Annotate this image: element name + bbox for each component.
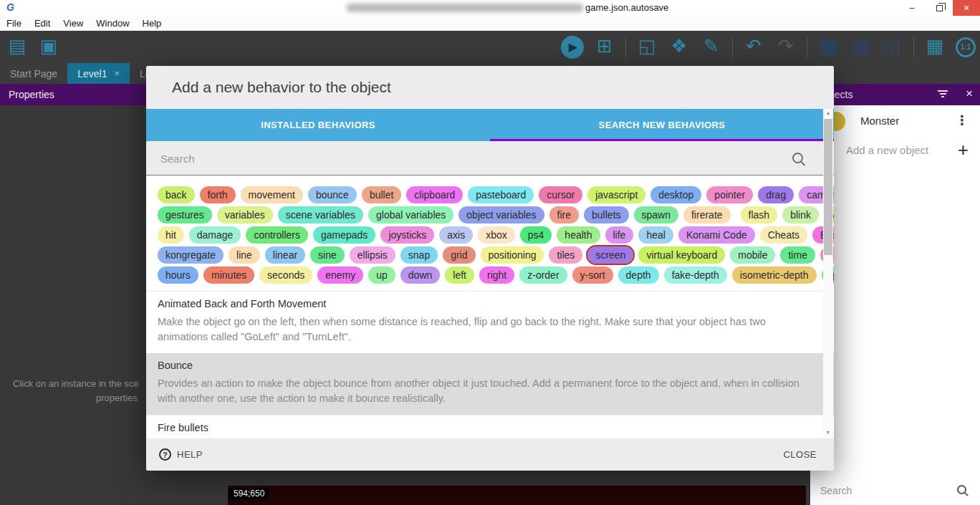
tag-chip-scene-variables[interactable]: scene variables xyxy=(278,206,363,223)
close-panel-icon[interactable]: × xyxy=(966,87,973,101)
tag-chip-down[interactable]: down xyxy=(400,266,440,284)
tab-close-icon[interactable]: × xyxy=(114,68,120,79)
tag-chip-tiles[interactable]: tiles xyxy=(549,246,582,264)
behavior-item-bounce[interactable]: BounceProvides an action to make the obj… xyxy=(146,353,834,415)
debugger-icon[interactable]: ⊞ xyxy=(593,34,616,60)
tag-chip-bullets[interactable]: bullets xyxy=(584,206,628,223)
tag-chip-hit[interactable]: hit xyxy=(158,226,184,244)
object-row-monster[interactable]: Monster ⋮ xyxy=(810,109,980,135)
edit-scene-icon[interactable]: ✎ xyxy=(700,34,723,60)
tag-chip-firerate[interactable]: firerate xyxy=(683,206,731,223)
tag-chip-clipboard[interactable]: clipboard xyxy=(406,186,463,203)
start-page-icon[interactable]: ▤ xyxy=(6,34,29,60)
tag-chip-grid[interactable]: grid xyxy=(443,246,475,264)
behavior-search-input[interactable] xyxy=(146,141,834,175)
tab-search-new-behaviors[interactable]: SEARCH NEW BEHAVIORS xyxy=(490,109,834,141)
minimize-button[interactable]: – xyxy=(898,0,926,16)
zoom-ratio-icon[interactable]: 1:1 xyxy=(956,37,976,57)
close-dialog-button[interactable]: CLOSE xyxy=(783,449,817,460)
tag-chip-line[interactable]: line xyxy=(229,246,260,264)
tag-chip-virtual-keyboard[interactable]: virtual keyboard xyxy=(638,246,725,264)
tag-chip-isometric-depth[interactable]: isometric-depth xyxy=(732,266,817,284)
tag-chip-fire[interactable]: fire xyxy=(549,206,579,223)
tag-chip-seconds[interactable]: seconds xyxy=(259,266,312,284)
tag-chip-controllers[interactable]: controllers xyxy=(246,226,308,244)
scroll-up-icon[interactable]: ▲ xyxy=(823,109,833,117)
tag-chip-hours[interactable]: hours xyxy=(158,266,198,284)
editor-tab-level1[interactable]: Level1× xyxy=(67,63,130,84)
search-icon[interactable] xyxy=(792,153,805,165)
mask-icon[interactable]: ▩ xyxy=(817,34,840,60)
tag-chip-konami-code[interactable]: Konami Code xyxy=(678,226,755,244)
tag-chip-y-sort[interactable]: y-sort xyxy=(572,266,613,284)
tag-chip-bounce[interactable]: bounce xyxy=(308,186,357,203)
tab-installed-behaviors[interactable]: INSTALLED BEHAVIORS xyxy=(146,109,490,141)
kebab-menu-icon[interactable]: ⋮ xyxy=(956,112,969,128)
tag-chip-linear[interactable]: linear xyxy=(265,246,305,264)
scrollbar-thumb[interactable] xyxy=(824,119,832,255)
tag-chip-cursor[interactable]: cursor xyxy=(539,186,582,203)
preview-play-icon[interactable]: ▶ xyxy=(561,36,584,59)
tag-chip-snap[interactable]: snap xyxy=(400,246,438,264)
tag-chip-xbox[interactable]: xbox xyxy=(478,226,515,244)
scroll-down-icon[interactable]: ▼ xyxy=(823,428,833,437)
undo-icon[interactable]: ↶ xyxy=(742,34,765,60)
grid-icon[interactable]: ▦ xyxy=(923,34,946,60)
behavior-item-animated-back-and-forth-movement[interactable]: Animated Back and Forth MovementMake the… xyxy=(146,291,834,353)
tag-chip-movement[interactable]: movement xyxy=(241,186,303,203)
tag-chip-global-variables[interactable]: global variables xyxy=(368,206,453,223)
tag-chip-object-variables[interactable]: object variables xyxy=(458,206,544,223)
add-object-icon[interactable]: ◱ xyxy=(635,34,658,60)
editor-tab-start-page[interactable]: Start Page xyxy=(0,63,67,84)
close-window-button[interactable]: ✕ xyxy=(953,0,980,16)
menu-edit[interactable]: Edit xyxy=(28,16,57,31)
tag-chip-kongregate[interactable]: kongregate xyxy=(158,246,224,264)
tag-chip-fake-depth[interactable]: fake-depth xyxy=(664,266,727,284)
menu-help[interactable]: Help xyxy=(136,16,168,31)
tag-chip-gamepads[interactable]: gamepads xyxy=(313,226,375,244)
add-object-row[interactable]: Add a new object + xyxy=(810,138,980,164)
tag-chip-desktop[interactable]: desktop xyxy=(650,186,701,203)
tag-chip-screen[interactable]: screen xyxy=(587,246,633,264)
tag-chip-mobile[interactable]: mobile xyxy=(730,246,775,264)
search-icon[interactable] xyxy=(957,485,969,496)
tag-chip-up[interactable]: up xyxy=(368,266,395,284)
tag-chip-minutes[interactable]: minutes xyxy=(203,266,254,284)
tag-chip-variables[interactable]: variables xyxy=(217,206,273,223)
menu-file[interactable]: File xyxy=(0,16,28,31)
tag-chip-back[interactable]: back xyxy=(158,186,195,203)
tag-chip-axis[interactable]: axis xyxy=(439,226,473,244)
help-button[interactable]: ? HELP xyxy=(159,448,203,461)
tag-chip-sine[interactable]: sine xyxy=(310,246,345,264)
tag-chip-depth[interactable]: depth xyxy=(618,266,659,284)
project-window-icon[interactable]: ▣ xyxy=(37,34,60,60)
dialog-scrollbar[interactable]: ▲ ▼ xyxy=(823,109,833,437)
tag-chip-drag[interactable]: drag xyxy=(758,186,794,203)
objects-search-input[interactable] xyxy=(810,476,980,505)
tag-chip-flash[interactable]: flash xyxy=(741,206,778,223)
tag-chip-heal[interactable]: heal xyxy=(638,226,673,244)
tag-chip-ellipsis[interactable]: ellipsis xyxy=(350,246,395,264)
tag-chip-positioning[interactable]: positioning xyxy=(481,246,544,264)
tag-chip-pasteboard[interactable]: pasteboard xyxy=(468,186,534,203)
tag-chip-enemy[interactable]: enemy xyxy=(317,266,363,284)
restore-button[interactable] xyxy=(926,0,953,16)
layers-icon[interactable]: ◫ xyxy=(881,34,904,60)
tag-chip-cheats[interactable]: Cheats xyxy=(760,226,807,244)
tag-chip-time[interactable]: time xyxy=(780,246,815,264)
tag-chip-left[interactable]: left xyxy=(445,266,474,284)
behavior-item-fire-bullets[interactable]: Fire bulletsAllow the object to fire bul… xyxy=(146,415,834,436)
objects-groups-icon[interactable]: ❖ xyxy=(668,34,691,60)
scene-canvas[interactable]: 594;650 xyxy=(228,486,806,505)
tag-chip-health[interactable]: health xyxy=(557,226,600,244)
tag-chip-bullet[interactable]: bullet xyxy=(362,186,401,203)
tag-chip-forth[interactable]: forth xyxy=(200,186,236,203)
tag-chip-javascript[interactable]: javascript xyxy=(587,186,645,203)
tag-chip-damage[interactable]: damage xyxy=(189,226,241,244)
tag-chip-z-order[interactable]: z-order xyxy=(519,266,567,284)
tag-chip-gestures[interactable]: gestures xyxy=(158,206,212,223)
tag-chip-spawn[interactable]: spawn xyxy=(634,206,678,223)
menu-window[interactable]: Window xyxy=(90,16,135,31)
menu-view[interactable]: View xyxy=(57,16,90,31)
instances-list-icon[interactable]: ▤ xyxy=(849,34,872,60)
